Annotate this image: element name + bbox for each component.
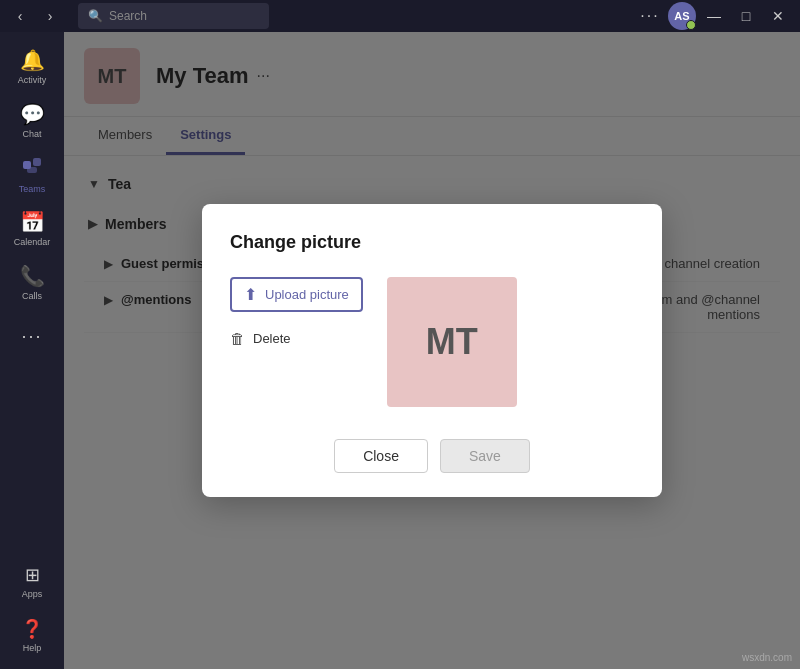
sidebar-label-help: Help [23, 643, 42, 653]
titlebar-left: ‹ › 🔍 [8, 3, 279, 29]
watermark: wsxdn.com [742, 652, 792, 663]
sidebar-label-calls: Calls [22, 291, 42, 301]
upload-icon: ⬆ [244, 285, 257, 304]
titlebar: ‹ › 🔍 ··· AS — □ ✕ [0, 0, 800, 32]
sidebar-bottom: ⊞ Apps ❓ Help [6, 555, 58, 669]
svg-rect-2 [27, 167, 37, 173]
sidebar-label-calendar: Calendar [14, 237, 51, 247]
modal-actions-left: ⬆ Upload picture 🗑 Delete [230, 277, 363, 353]
back-button[interactable]: ‹ [8, 4, 32, 28]
minimize-button[interactable]: — [700, 2, 728, 30]
sidebar-item-chat[interactable]: 💬 Chat [6, 94, 58, 146]
upload-picture-button[interactable]: ⬆ Upload picture [230, 277, 363, 312]
avatar[interactable]: AS [668, 2, 696, 30]
teams-icon [21, 154, 43, 181]
modal-close-button[interactable]: Close [334, 439, 428, 473]
trash-icon: 🗑 [230, 330, 245, 347]
sidebar-item-apps[interactable]: ⊞ Apps [6, 555, 58, 607]
sidebar-label-chat: Chat [22, 129, 41, 139]
activity-icon: 🔔 [20, 48, 45, 72]
sidebar-label-activity: Activity [18, 75, 47, 85]
calls-icon: 📞 [20, 264, 45, 288]
search-bar: 🔍 [78, 3, 269, 29]
apps-icon: ⊞ [25, 564, 40, 586]
titlebar-right: ··· AS — □ ✕ [636, 2, 792, 30]
change-picture-modal: Change picture ⬆ Upload picture 🗑 Delete… [202, 204, 662, 497]
sidebar-item-calls[interactable]: 📞 Calls [6, 256, 58, 308]
modal-save-button[interactable]: Save [440, 439, 530, 473]
modal-overlay: Change picture ⬆ Upload picture 🗑 Delete… [64, 32, 800, 669]
search-input[interactable] [109, 9, 259, 23]
sidebar-item-more[interactable]: ··· [6, 310, 58, 362]
sidebar-item-teams[interactable]: Teams [6, 148, 58, 200]
more-icon: ··· [21, 326, 42, 347]
modal-preview: MT [387, 277, 517, 407]
modal-title: Change picture [230, 232, 634, 253]
main-layout: 🔔 Activity 💬 Chat Teams 📅 Calendar 📞 Cal… [0, 32, 800, 669]
sidebar-item-activity[interactable]: 🔔 Activity [6, 40, 58, 92]
delete-label: Delete [253, 331, 291, 346]
sidebar-label-teams: Teams [19, 184, 46, 194]
help-icon: ❓ [21, 618, 43, 640]
more-options-button[interactable]: ··· [636, 2, 664, 30]
content-area: MT My Team ··· Members Settings ▼ Tea [64, 32, 800, 669]
sidebar: 🔔 Activity 💬 Chat Teams 📅 Calendar 📞 Cal… [0, 32, 64, 669]
forward-button[interactable]: › [38, 4, 62, 28]
maximize-button[interactable]: □ [732, 2, 760, 30]
search-icon: 🔍 [88, 9, 103, 23]
sidebar-item-calendar[interactable]: 📅 Calendar [6, 202, 58, 254]
delete-button[interactable]: 🗑 Delete [230, 324, 363, 353]
modal-body: ⬆ Upload picture 🗑 Delete MT [230, 277, 634, 407]
close-button[interactable]: ✕ [764, 2, 792, 30]
modal-footer: Close Save [230, 439, 634, 473]
sidebar-item-help[interactable]: ❓ Help [6, 609, 58, 661]
svg-rect-1 [33, 158, 41, 166]
sidebar-label-apps: Apps [22, 589, 43, 599]
chat-icon: 💬 [20, 102, 45, 126]
upload-label: Upload picture [265, 287, 349, 302]
calendar-icon: 📅 [20, 210, 45, 234]
